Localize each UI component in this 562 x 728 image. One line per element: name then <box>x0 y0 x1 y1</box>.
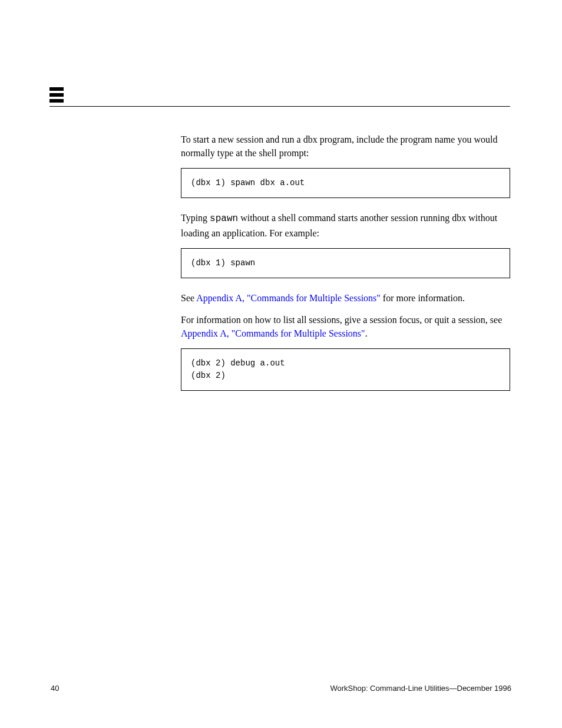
code-example-3: (dbx 2) debug a.out (dbx 2) <box>181 348 510 391</box>
paragraph-1-text: To start a new session and run a dbx pro… <box>181 134 497 158</box>
code-example-3-line1: (dbx 2) debug a.out <box>191 357 500 370</box>
paragraph-3-text-b: for more information. <box>381 293 465 303</box>
doc-title-footer: WorkShop: Command-Line Utilities—Decembe… <box>330 684 511 693</box>
paragraph-4-text-b: . <box>365 328 368 338</box>
paragraph-3: See Appendix A, "Commands for Multiple S… <box>181 291 510 305</box>
code-example-2: (dbx 1) spawn <box>181 248 510 278</box>
code-example-2-text: (dbx 1) spawn <box>191 258 255 268</box>
main-content: To start a new session and run a dbx pro… <box>181 133 510 404</box>
svg-rect-0 <box>49 87 64 91</box>
inline-code-spawn: spawn <box>210 213 238 224</box>
appendix-link-1[interactable]: Appendix A, "Commands for Multiple Sessi… <box>196 293 381 303</box>
chapter-number: 6 <box>67 89 72 100</box>
appendix-link-2[interactable]: Appendix A, "Commands for Multiple Sessi… <box>181 328 365 338</box>
paragraph-1: To start a new session and run a dbx pro… <box>181 133 510 160</box>
header-rule <box>49 106 510 107</box>
code-example-3-line2: (dbx 2) <box>191 370 500 382</box>
paragraph-2-text-a: Typing <box>181 213 210 223</box>
chapter-bars-icon <box>49 87 510 103</box>
code-example-1: (dbx 1) spawn dbx a.out <box>181 168 510 198</box>
page-number: 40 <box>51 684 59 693</box>
svg-rect-2 <box>49 99 64 103</box>
svg-rect-1 <box>49 93 64 97</box>
paragraph-4: For information on how to list all sessi… <box>181 313 510 340</box>
appendix-link-1-text: Appendix A, "Commands for Multiple Sessi… <box>196 293 381 303</box>
paragraph-4-text-a: For information on how to list all sessi… <box>181 315 502 325</box>
paragraph-3-text-a: See <box>181 293 196 303</box>
chapter-indicator: 6 <box>49 87 510 103</box>
code-example-1-text: (dbx 1) spawn dbx a.out <box>191 178 305 187</box>
appendix-link-2-text: Appendix A, "Commands for Multiple Sessi… <box>181 328 365 338</box>
paragraph-2: Typing spawn without a shell command sta… <box>181 211 510 239</box>
page: 6 To start a new session and run a dbx p… <box>0 0 562 728</box>
